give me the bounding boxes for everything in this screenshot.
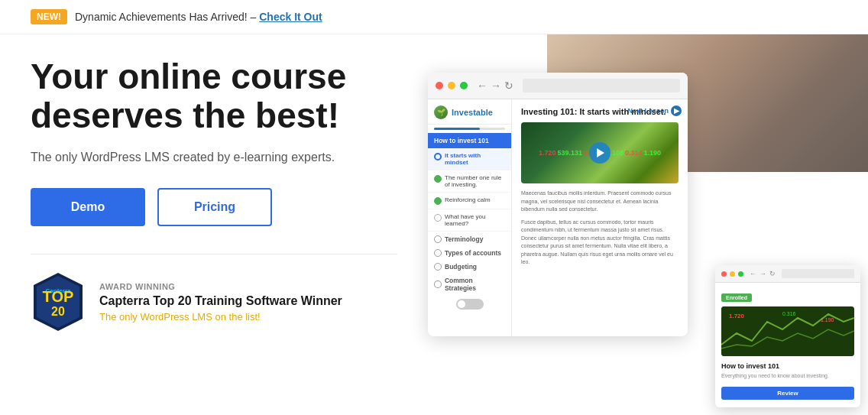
- forward-icon[interactable]: →: [491, 79, 501, 92]
- next-arrow-icon: ▶: [671, 105, 682, 116]
- refresh-icon[interactable]: ↻: [504, 79, 513, 92]
- back-icon-sm[interactable]: ←: [750, 270, 756, 277]
- announcement-bar: NEW! Dynamic Achievements Has Arrived! –…: [0, 0, 868, 34]
- lesson-check-2: [434, 175, 442, 183]
- refresh-icon-sm[interactable]: ↻: [769, 270, 776, 277]
- lesson-check-4: [434, 214, 442, 222]
- page-wrapper: NEW! Dynamic Achievements Has Arrived! –…: [0, 0, 868, 415]
- announcement-text: Dynamic Achievements Has Arrived! – Chec…: [75, 11, 322, 23]
- award-text: AWARD WINNING Capterra Top 20 Training S…: [99, 282, 342, 323]
- maximize-icon: [460, 82, 468, 89]
- divider: [31, 254, 397, 255]
- course-card: Enrolled 1.720 0.316 1.190 Ho: [715, 283, 860, 407]
- brand-icon: 🌱: [434, 105, 448, 119]
- lesson-check-3: [434, 197, 442, 205]
- announcement-link[interactable]: Check It Out: [259, 11, 322, 23]
- next-lesson-label: Next Lesson: [627, 107, 669, 115]
- section-budgeting[interactable]: Budgeting: [428, 259, 511, 273]
- lms-progress-fill: [434, 128, 480, 130]
- lesson-label-2: The number one rule of investing.: [445, 174, 505, 188]
- section-types[interactable]: Types of accounts: [428, 245, 511, 259]
- svg-text:TOP: TOP: [43, 288, 74, 305]
- announcement-body: Dynamic Achievements Has Arrived! –: [75, 11, 256, 23]
- browser-chrome-sm: ← → ↻: [715, 265, 860, 283]
- forward-icon-sm[interactable]: →: [760, 270, 766, 277]
- lms-toggle[interactable]: [428, 299, 511, 310]
- browser-nav: ← → ↻: [477, 79, 513, 92]
- review-button[interactable]: Review: [721, 387, 854, 400]
- course-thumb-chart: 1.720 0.316 1.190: [721, 306, 854, 356]
- ticker-1: 1.720: [539, 149, 556, 157]
- lms-sidebar: 🌱 Investable How to invest 101 It starts…: [428, 99, 512, 336]
- award-label: AWARD WINNING: [99, 282, 342, 291]
- lesson-label-3: Reinforcing calm: [445, 196, 491, 203]
- address-bar-sm[interactable]: [782, 269, 854, 278]
- svg-text:20: 20: [51, 305, 65, 318]
- lms-main-content: Next Lesson ▶ Investing 101: It starts w…: [512, 99, 688, 336]
- hero-title: Your online course deserves the best!: [31, 57, 397, 135]
- enrolled-badge: Enrolled: [721, 293, 752, 302]
- lesson-check-1: [434, 153, 442, 160]
- minimize-icon: [448, 82, 455, 89]
- lesson-item-4[interactable]: What have you learned?: [428, 209, 511, 232]
- lms-chapter-header[interactable]: How to invest 101: [428, 133, 511, 148]
- ticker-6: 1.190: [644, 149, 662, 157]
- award-section: Capterra TOP 20 AWARD WINNING Capterra T…: [31, 271, 397, 332]
- minimize-icon-sm: [730, 271, 735, 277]
- browser-chrome: ← → ↻: [428, 73, 688, 99]
- ticker-2: 539.131: [557, 149, 582, 157]
- browser-body: 🌱 Investable How to invest 101 It starts…: [428, 99, 688, 336]
- course-desc-sm: Everything you need to know about invest…: [721, 372, 854, 380]
- next-lesson-btn[interactable]: Next Lesson ▶: [627, 105, 682, 116]
- play-icon: [597, 148, 604, 157]
- section-terminology[interactable]: Terminology: [428, 232, 511, 245]
- play-button[interactable]: [589, 142, 611, 164]
- main-content: Your online course deserves the best! Th…: [0, 34, 868, 415]
- svg-text:0.316: 0.316: [782, 311, 796, 316]
- cta-buttons: Demo Pricing: [31, 188, 397, 226]
- course-title-sm: How to invest 101: [721, 362, 854, 370]
- lesson-label-1: It starts with mindset: [445, 152, 505, 166]
- lesson-item-1[interactable]: It starts with mindset: [428, 148, 511, 170]
- secondary-browser-mockup: ← → ↻ Enrolled 1.720 0.316: [715, 265, 860, 407]
- demo-button[interactable]: Demo: [31, 188, 145, 226]
- hero-subtitle: The only WordPress LMS created by e-lear…: [31, 148, 397, 167]
- lms-progress-bar: [434, 128, 505, 130]
- lesson-label-4: What have you learned?: [445, 213, 505, 227]
- video-thumbnail[interactable]: 1.720 539.131 0.316 48.108 0.314 1.190: [521, 122, 679, 183]
- ticker-5: 0.314: [625, 149, 643, 157]
- pricing-button[interactable]: Pricing: [157, 188, 272, 226]
- award-title: Capterra Top 20 Training Software Winner: [99, 294, 342, 308]
- lesson-body-text-1: Maecenas faucibus mollis interdum. Praes…: [521, 190, 679, 214]
- back-icon[interactable]: ←: [477, 79, 487, 92]
- browser-address-bar[interactable]: [523, 79, 680, 92]
- lesson-item-3[interactable]: Reinforcing calm: [428, 193, 511, 209]
- toggle-knob: [458, 300, 465, 308]
- course-thumbnail: 1.720 0.316 1.190: [721, 306, 854, 356]
- toggle-btn[interactable]: [456, 299, 484, 310]
- close-icon: [436, 82, 443, 89]
- capterra-badge: Capterra TOP 20: [31, 271, 86, 332]
- new-badge: NEW!: [31, 9, 67, 24]
- right-section: ← → ↻ 🌱 Investable: [428, 57, 837, 400]
- close-icon-sm: [721, 271, 727, 277]
- award-subtitle: The only WordPress LMS on the list!: [99, 311, 342, 323]
- lesson-item-2[interactable]: The number one rule of investing.: [428, 170, 511, 193]
- section-strategies[interactable]: Common Strategies: [428, 273, 511, 294]
- lms-brand: 🌱 Investable: [428, 99, 511, 125]
- svg-text:1.720: 1.720: [729, 313, 745, 319]
- lesson-body-text-2: Fusce dapibus, tellus ac cursus commodo,…: [521, 219, 679, 267]
- svg-text:1.190: 1.190: [821, 317, 834, 323]
- left-section: Your online course deserves the best! Th…: [31, 57, 397, 400]
- brand-name: Investable: [452, 108, 493, 117]
- main-browser-mockup: ← → ↻ 🌱 Investable: [428, 73, 688, 336]
- maximize-icon-sm: [738, 271, 743, 277]
- course-info: How to invest 101 Everything you need to…: [721, 361, 854, 401]
